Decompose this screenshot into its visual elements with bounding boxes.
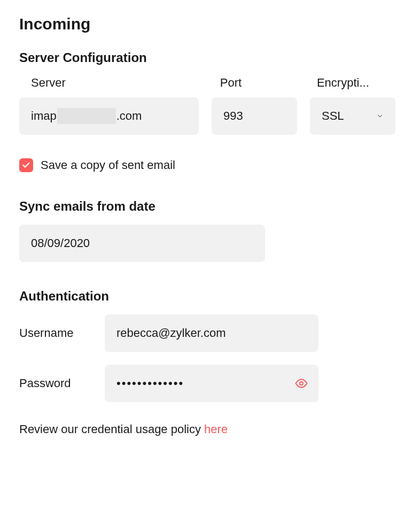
username-input[interactable]: rebecca@zylker.com [105, 314, 318, 352]
server-label: Server [31, 76, 207, 90]
server-redacted [57, 108, 116, 124]
sync-date-value: 08/09/2020 [31, 236, 90, 250]
encryption-label: Encrypti... [317, 76, 401, 90]
password-mask: ••••••••••••• [116, 376, 184, 390]
eye-icon[interactable] [295, 377, 308, 390]
server-input[interactable]: imap.com [19, 97, 199, 135]
auth-heading: Authentication [19, 289, 401, 304]
port-input[interactable]: 993 [212, 97, 297, 135]
username-label: Username [19, 326, 105, 340]
port-label: Port [220, 76, 304, 90]
password-input[interactable]: ••••••••••••• [105, 365, 318, 402]
encryption-value: SSL [322, 109, 344, 123]
save-copy-label: Save a copy of sent email [41, 158, 175, 172]
encryption-select[interactable]: SSL [310, 97, 395, 135]
password-label: Password [19, 376, 105, 390]
chevron-down-icon [376, 112, 384, 120]
port-value: 993 [223, 109, 243, 123]
check-icon [22, 161, 30, 170]
policy-link[interactable]: here [204, 422, 228, 436]
svg-point-0 [300, 382, 303, 385]
server-config-heading: Server Configuration [19, 50, 401, 65]
save-copy-checkbox[interactable] [19, 158, 33, 172]
sync-date-input[interactable]: 08/09/2020 [19, 225, 265, 262]
server-prefix: imap [31, 109, 57, 123]
server-suffix: .com [116, 109, 142, 123]
policy-prefix: Review our credential usage policy [19, 422, 204, 436]
policy-text: Review our credential usage policy here [19, 422, 401, 436]
page-title: Incoming [19, 15, 401, 33]
username-value: rebecca@zylker.com [116, 326, 226, 340]
sync-heading: Sync emails from date [19, 199, 401, 214]
